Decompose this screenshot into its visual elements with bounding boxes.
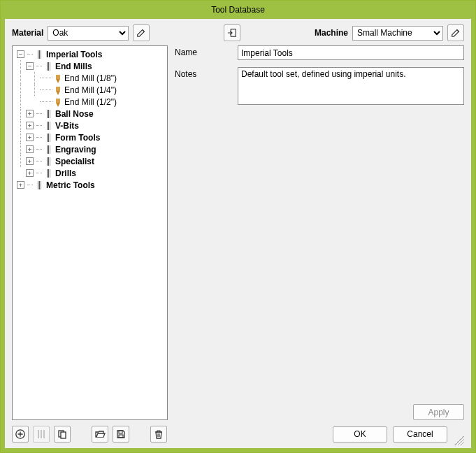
folder-open-icon — [94, 429, 106, 440]
detail-pane: Name Notes Apply — [175, 45, 464, 420]
expand-icon[interactable]: + — [26, 110, 34, 117]
tree-node-v-bits[interactable]: + V-Bits — [13, 120, 167, 131]
material-label: Material — [12, 28, 43, 38]
add-button[interactable] — [12, 426, 29, 443]
tree-node-end-mills[interactable]: − End Mills — [13, 60, 167, 72]
open-button[interactable] — [92, 426, 108, 443]
group-icon — [43, 145, 53, 154]
ok-button[interactable]: OK — [333, 426, 387, 443]
plus-circle-icon — [15, 429, 26, 440]
tool-icon — [36, 429, 47, 440]
tree-node-ball-nose[interactable]: + Ball Nose — [13, 108, 167, 120]
middle-area: − Imperial Tools − End Mills — [12, 45, 464, 420]
notes-field[interactable] — [238, 67, 464, 105]
name-field[interactable] — [238, 45, 464, 60]
machine-select[interactable]: Small Machine — [352, 26, 443, 41]
notes-label: Notes — [175, 67, 231, 105]
import-icon — [227, 28, 237, 38]
expand-icon[interactable]: + — [26, 145, 34, 153]
tool-tree[interactable]: − Imperial Tools − End Mills — [12, 45, 168, 420]
pencil-icon — [136, 28, 146, 38]
tree-node-engraving[interactable]: + Engraving — [13, 143, 167, 155]
expand-icon[interactable]: + — [26, 157, 34, 165]
name-label: Name — [175, 45, 231, 60]
bottom-toolbar: OK Cancel — [12, 426, 464, 443]
cancel-button[interactable]: Cancel — [393, 426, 447, 443]
group-icon — [43, 109, 53, 119]
content-area: Material Oak Machine Small Machine — [5, 19, 471, 448]
tree-leaf[interactable]: End Mill (1/2") — [13, 96, 167, 108]
svg-rect-3 — [61, 432, 66, 438]
tree-node-metric-tools[interactable]: + Metric Tools — [13, 179, 167, 191]
tree-node-form-tools[interactable]: + Form Tools — [13, 131, 167, 143]
trash-icon — [153, 429, 164, 440]
material-select[interactable]: Oak — [48, 26, 129, 41]
apply-button[interactable]: Apply — [413, 404, 464, 420]
group-icon — [34, 50, 44, 59]
top-toolbar: Material Oak Machine Small Machine — [12, 24, 464, 41]
group-icon — [43, 133, 53, 143]
endmill-icon — [54, 97, 62, 107]
tree-leaf[interactable]: End Mill (1/8") — [13, 72, 167, 84]
expand-icon[interactable]: + — [17, 181, 24, 189]
tree-leaf[interactable]: End Mill (1/4") — [13, 84, 167, 96]
collapse-icon[interactable]: − — [17, 50, 24, 58]
group-icon — [43, 168, 53, 178]
delete-button[interactable] — [150, 426, 167, 443]
expand-icon[interactable]: + — [26, 134, 34, 141]
save-button[interactable] — [113, 426, 129, 443]
copy-button[interactable] — [54, 426, 71, 443]
tool-database-window: Tool Database Material Oak Machine Small… — [0, 0, 476, 453]
group-icon — [43, 62, 53, 71]
pencil-icon — [451, 28, 461, 38]
group-icon — [43, 121, 53, 131]
expand-icon[interactable]: + — [26, 169, 34, 177]
titlebar: Tool Database — [1, 1, 475, 19]
expand-icon[interactable]: + — [26, 122, 34, 129]
resize-grip-icon[interactable] — [454, 436, 464, 445]
material-edit-button[interactable] — [133, 24, 150, 41]
machine-label: Machine — [315, 28, 348, 38]
window-title: Tool Database — [211, 5, 265, 15]
endmill-icon — [54, 85, 62, 95]
endmill-icon — [54, 73, 62, 83]
group-icon — [34, 180, 44, 190]
new-tool-button[interactable] — [33, 426, 50, 443]
tree-node-specialist[interactable]: + Specialist — [13, 155, 167, 167]
tree-node-imperial-tools[interactable]: − Imperial Tools — [13, 48, 167, 60]
copy-icon — [57, 429, 68, 440]
save-icon — [115, 429, 127, 440]
import-button[interactable] — [224, 24, 240, 41]
group-icon — [43, 157, 53, 166]
tree-node-drills[interactable]: + Drills — [13, 167, 167, 179]
collapse-icon[interactable]: − — [26, 62, 34, 70]
machine-edit-button[interactable] — [447, 24, 464, 41]
